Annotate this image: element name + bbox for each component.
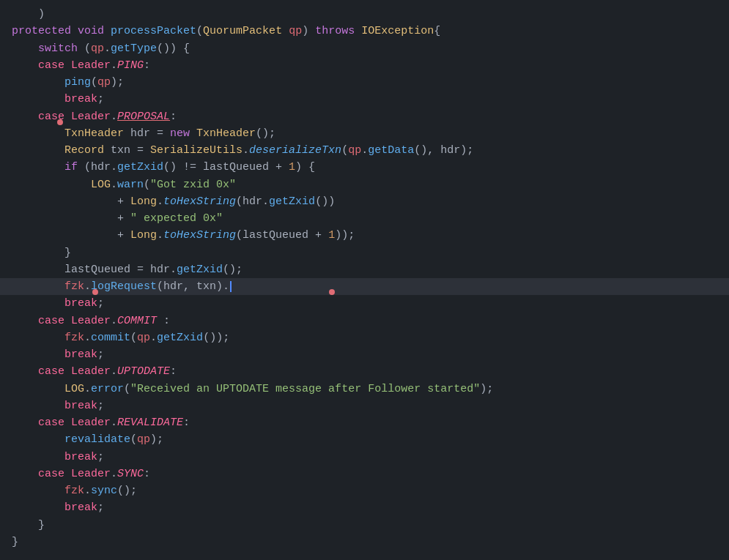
code-line: fzk . sync (); <box>0 482 729 499</box>
code-line: protected void processPacket ( QuorumPac… <box>0 23 729 40</box>
code-line: + Long . toHexString (lastQueued + 1 )); <box>0 227 729 244</box>
code-line: } <box>0 244 729 261</box>
code-line: + Long . toHexString (hdr. getZxid ()) <box>0 193 729 210</box>
code-line: case Leader . UPTODATE : <box>0 363 729 380</box>
code-line: lastQueued = hdr. getZxid (); <box>0 261 729 278</box>
code-line: break ; <box>0 397 729 414</box>
code-line: case Leader . REVALIDATE : <box>0 414 729 431</box>
code-line: case Leader . PING : <box>0 57 729 74</box>
annotation-dot-right <box>329 289 335 295</box>
code-line: break ; <box>0 346 729 363</box>
annotation-dot <box>57 119 63 125</box>
code-line: revalidate ( qp ); <box>0 431 729 448</box>
code-editor: ) protected void processPacket ( QuorumP… <box>0 0 729 556</box>
code-line: LOG . error ( "Received an UPTODATE mess… <box>0 381 729 397</box>
code-line: break ; <box>0 295 729 312</box>
code-line: break ; <box>0 499 729 516</box>
code-line: ping ( qp ); <box>0 74 729 91</box>
code-line: TxnHeader hdr = new TxnHeader (); <box>0 125 729 142</box>
code-line: switch ( qp . getType ()) { <box>0 40 729 57</box>
text-cursor <box>230 281 232 292</box>
code-line: case Leader . COMMIT : <box>0 313 729 329</box>
code-line: } <box>0 534 729 550</box>
code-line: + " expected 0x" <box>0 210 729 227</box>
code-line: case Leader . PROPOSAL : <box>0 108 729 125</box>
code-line: LOG . warn ( "Got zxid 0x" <box>0 176 729 193</box>
code-line-highlighted: fzk . logRequest (hdr, txn). <box>0 278 729 295</box>
code-line: ) <box>0 6 729 23</box>
code-line: } <box>0 517 729 534</box>
code-line: if (hdr. getZxid () != lastQueued + 1 ) … <box>0 159 729 176</box>
code-line: fzk . commit ( qp . getZxid ()); <box>0 329 729 346</box>
code-line: break ; <box>0 91 729 108</box>
code-line: case Leader . SYNC : <box>0 466 729 482</box>
code-line: Record txn = SerializeUtils . deserializ… <box>0 142 729 159</box>
code-line: break ; <box>0 449 729 466</box>
